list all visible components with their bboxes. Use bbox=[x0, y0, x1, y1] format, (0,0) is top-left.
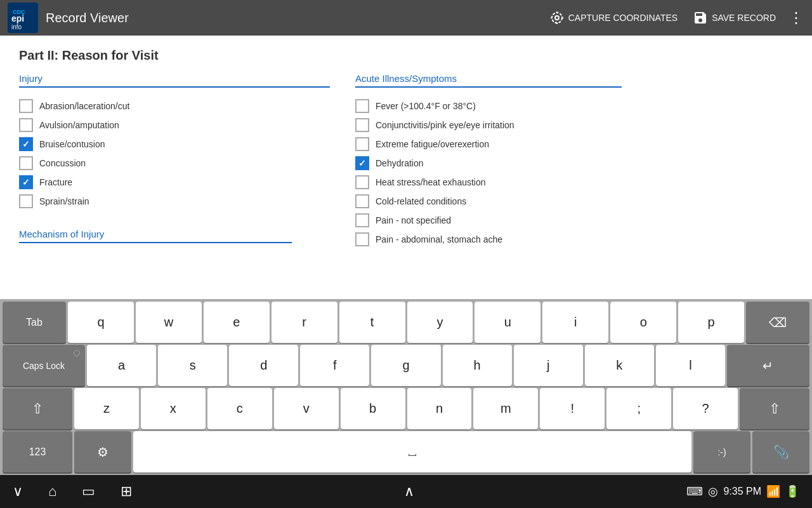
key-u[interactable]: u bbox=[475, 302, 540, 343]
checkbox-concussion[interactable] bbox=[19, 156, 33, 170]
list-item: Bruise/contusion bbox=[19, 137, 330, 151]
keyboard-row-4: 123 ⚙ ⎵ :-) 📎 bbox=[3, 431, 809, 472]
key-m[interactable]: m bbox=[473, 388, 538, 429]
enter-key[interactable]: ↵ bbox=[727, 345, 809, 386]
acute-column: Fever (>100.4°F or 38°C) Conjunctivitis/… bbox=[355, 94, 622, 251]
section-headers: Injury Acute Illness/Symptoms bbox=[19, 73, 793, 88]
svg-point-4 bbox=[555, 16, 559, 20]
label-pain-abdominal: Pain - abdominal, stomach ache bbox=[376, 234, 502, 244]
key-exclaim[interactable]: ! bbox=[540, 388, 605, 429]
list-item: Pain - abdominal, stomach ache bbox=[355, 232, 622, 246]
key-k[interactable]: k bbox=[585, 345, 654, 386]
key-z[interactable]: z bbox=[74, 388, 139, 429]
key-t[interactable]: t bbox=[339, 302, 405, 343]
capture-coordinates-button[interactable]: CAPTURE COORDINATES bbox=[549, 10, 678, 25]
list-item: Fever (>100.4°F or 38°C) bbox=[355, 99, 622, 113]
checkbox-pain-abdominal[interactable] bbox=[355, 232, 369, 246]
list-item: Avulsion/amputation bbox=[19, 118, 330, 132]
save-record-button[interactable]: SAVE RECORD bbox=[693, 10, 776, 25]
list-item: Pain - not specified bbox=[355, 213, 622, 227]
svg-point-5 bbox=[552, 13, 562, 23]
key-e[interactable]: e bbox=[204, 302, 270, 343]
key-semicolon[interactable]: ; bbox=[606, 388, 671, 429]
up-chevron-icon[interactable]: ∧ bbox=[404, 483, 414, 500]
label-fracture: Fracture bbox=[39, 177, 72, 187]
key-a[interactable]: a bbox=[87, 345, 156, 386]
key-s[interactable]: s bbox=[158, 345, 227, 386]
checkbox-cold[interactable] bbox=[355, 194, 369, 208]
checkbox-pain-ns[interactable] bbox=[355, 213, 369, 227]
checkbox-fatigue[interactable] bbox=[355, 137, 369, 151]
checkbox-conjunctivitis[interactable] bbox=[355, 118, 369, 132]
key-g[interactable]: g bbox=[371, 345, 440, 386]
key-c[interactable]: c bbox=[207, 388, 272, 429]
key-b[interactable]: b bbox=[341, 388, 405, 429]
num-key[interactable]: 123 bbox=[3, 431, 72, 472]
caps-lock-key[interactable]: Caps Lock bbox=[3, 345, 85, 386]
app-title: Record Viewer bbox=[46, 11, 534, 25]
keyboard-row-1: Tab q w e r t y u i o p ⌫ bbox=[3, 302, 809, 343]
home-icon[interactable]: ⌂ bbox=[48, 483, 56, 500]
smiley-key[interactable]: :-) bbox=[693, 431, 750, 472]
screenshot-icon[interactable]: ⊞ bbox=[121, 483, 132, 500]
key-x[interactable]: x bbox=[141, 388, 206, 429]
capture-label: CAPTURE COORDINATES bbox=[568, 13, 678, 23]
mechanism-label: Mechanism of Injury bbox=[19, 229, 292, 243]
label-fatigue: Extreme fatigue/overexertion bbox=[376, 139, 489, 149]
list-item: Dehydration bbox=[355, 156, 622, 170]
tab-key[interactable]: Tab bbox=[3, 302, 66, 343]
label-pain-ns: Pain - not specified bbox=[376, 215, 451, 225]
columns-container: Abrasion/laceration/cut Avulsion/amputat… bbox=[19, 94, 793, 251]
key-f[interactable]: f bbox=[300, 345, 369, 386]
key-i[interactable]: i bbox=[542, 302, 608, 343]
save-icon bbox=[693, 10, 708, 25]
key-o[interactable]: o bbox=[610, 302, 676, 343]
list-item: Extreme fatigue/overexertion bbox=[355, 137, 622, 151]
location-icon: ◎ bbox=[708, 485, 718, 498]
checkbox-fever[interactable] bbox=[355, 99, 369, 113]
key-n[interactable]: n bbox=[407, 388, 472, 429]
checkbox-avulsion[interactable] bbox=[19, 118, 33, 132]
checkbox-sprain[interactable] bbox=[19, 194, 33, 208]
label-concussion: Concussion bbox=[39, 158, 86, 168]
backspace-key[interactable]: ⌫ bbox=[746, 302, 809, 343]
capture-icon bbox=[549, 10, 565, 25]
shift-right-key[interactable]: ⇧ bbox=[740, 388, 809, 429]
key-p[interactable]: p bbox=[678, 302, 744, 343]
key-question[interactable]: ? bbox=[673, 388, 738, 429]
back-icon[interactable]: ∨ bbox=[13, 483, 23, 500]
key-h[interactable]: h bbox=[443, 345, 512, 386]
svg-text:epi: epi bbox=[11, 13, 24, 23]
keyboard-icon: ⌨ bbox=[686, 485, 703, 498]
checkbox-fracture[interactable] bbox=[19, 175, 33, 189]
bottom-bar: ∨ ⌂ ▭ ⊞ ∧ ⌨ ◎ 9:35 PM 📶 🔋 bbox=[0, 475, 812, 508]
key-j[interactable]: j bbox=[514, 345, 583, 386]
key-q[interactable]: q bbox=[68, 302, 134, 343]
label-bruise: Bruise/contusion bbox=[39, 139, 105, 149]
label-cold: Cold-related conditions bbox=[376, 196, 466, 206]
label-conjunctivitis: Conjunctivitis/pink eye/eye irritation bbox=[376, 120, 514, 130]
attach-key[interactable]: 📎 bbox=[752, 431, 809, 472]
list-item: Cold-related conditions bbox=[355, 194, 622, 208]
checkbox-bruise[interactable] bbox=[19, 137, 33, 151]
recents-icon[interactable]: ▭ bbox=[82, 483, 95, 500]
space-key[interactable]: ⎵ bbox=[133, 431, 691, 472]
checkbox-heat-stress[interactable] bbox=[355, 175, 369, 189]
key-y[interactable]: y bbox=[407, 302, 473, 343]
checkbox-abrasion[interactable] bbox=[19, 99, 33, 113]
nav-icons-center: ∧ bbox=[404, 483, 414, 500]
key-v[interactable]: v bbox=[274, 388, 339, 429]
settings-key[interactable]: ⚙ bbox=[74, 431, 131, 472]
key-l[interactable]: l bbox=[656, 345, 725, 386]
checkbox-dehydration[interactable] bbox=[355, 156, 369, 170]
key-d[interactable]: d bbox=[229, 345, 298, 386]
key-w[interactable]: w bbox=[136, 302, 202, 343]
injury-header: Injury bbox=[19, 73, 330, 88]
list-item: Sprain/strain bbox=[19, 194, 330, 208]
time-display: 9:35 PM bbox=[723, 486, 761, 497]
more-menu-button[interactable]: ⋮ bbox=[789, 9, 804, 27]
key-r[interactable]: r bbox=[272, 302, 337, 343]
label-fever: Fever (>100.4°F or 38°C) bbox=[376, 101, 476, 111]
shift-left-key[interactable]: ⇧ bbox=[3, 388, 72, 429]
part-title: Part II: Reason for Visit bbox=[19, 48, 793, 63]
